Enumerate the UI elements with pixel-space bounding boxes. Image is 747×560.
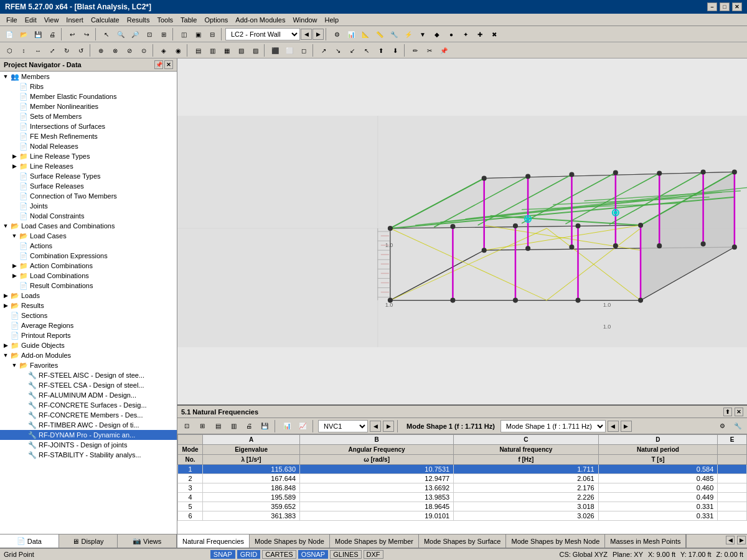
nav-tab-views[interactable]: 📷 Views	[118, 534, 177, 548]
tb-c3[interactable]: 📐	[359, 27, 372, 41]
nav-pin[interactable]: 📌	[154, 60, 163, 69]
menu-help[interactable]: Help	[321, 16, 343, 24]
tb2-b7[interactable]: ⊕	[94, 44, 108, 57]
expand-icon[interactable]: ▶	[1, 301, 10, 310]
nav-tab-data[interactable]: 📄 Data	[0, 534, 59, 548]
tb2-b18[interactable]: ⬛	[268, 44, 282, 57]
snap-btn[interactable]: SNAP	[210, 550, 235, 559]
tab-mode-by-node[interactable]: Mode Shapes by Node	[250, 534, 330, 548]
bp-b3[interactable]: ▤	[211, 419, 225, 433]
tb2-b27[interactable]: ✏	[408, 44, 422, 57]
tree-item[interactable]: 🔧RF-DYNAM Pro - Dynamic an...	[0, 430, 177, 440]
expand-icon[interactable]: ▶	[10, 162, 19, 170]
bottom-close[interactable]: ✕	[735, 408, 743, 416]
dxf-btn[interactable]: DXF	[364, 550, 383, 559]
lc-combo[interactable]: LC2 - Front Wall	[225, 28, 300, 40]
tb2-b8[interactable]: ⊗	[108, 44, 122, 57]
close-button[interactable]: ✕	[732, 2, 742, 11]
tb-b3[interactable]: ⊟	[205, 27, 219, 41]
menu-table[interactable]: Table	[177, 16, 200, 24]
tb-redo[interactable]: ↪	[80, 27, 93, 41]
expand-icon[interactable]: ▼	[10, 231, 19, 240]
glines-btn[interactable]: GLINES	[330, 550, 361, 559]
tree-item[interactable]: 📄Surface Releases	[0, 181, 177, 191]
mode-shape-detail-combo[interactable]: Mode Shape 1 (f : 1.711 Hz)	[500, 420, 606, 432]
tb-save[interactable]: 💾	[31, 27, 45, 41]
bp-b9[interactable]: ⚙	[715, 419, 729, 433]
tb-c4[interactable]: 📏	[373, 27, 387, 41]
tree-item[interactable]: 📄Printout Reports	[0, 330, 177, 340]
bp-b2[interactable]: ⊞	[195, 419, 209, 433]
menu-calculate[interactable]: Calculate	[87, 16, 123, 24]
tab-scroll-left[interactable]: ◀	[726, 536, 735, 544]
expand-icon[interactable]: ▶	[10, 261, 19, 270]
tb2-b13[interactable]: ▤	[191, 44, 205, 57]
grid-btn[interactable]: GRID	[237, 550, 261, 559]
tb-zoom-fit[interactable]: ⊡	[143, 27, 156, 41]
menu-view[interactable]: View	[40, 16, 63, 24]
menu-results[interactable]: Results	[123, 16, 154, 24]
tab-natural-frequencies[interactable]: Natural Frequencies	[177, 534, 250, 548]
bp-b7[interactable]: 📊	[280, 419, 294, 433]
tb2-b10[interactable]: ⊙	[137, 44, 151, 57]
viewport-area[interactable]: LC2 : Front Wall Loads [psi] 1.0 1.0 1.0…	[177, 58, 747, 404]
tree-item[interactable]: 📄Actions	[0, 241, 177, 251]
menu-options[interactable]: Options	[200, 16, 232, 24]
tree-item[interactable]: ▶📁Line Releases	[0, 161, 177, 171]
table-row[interactable]: 3 186.848 13.6692 2.176 0.460	[178, 483, 747, 493]
tb2-b22[interactable]: ↘	[331, 44, 345, 57]
tb2-b29[interactable]: 📌	[437, 44, 451, 57]
tb2-b17[interactable]: ▨	[248, 44, 262, 57]
tree-item[interactable]: 🔧RF-TIMBER AWC - Design of ti...	[0, 420, 177, 430]
tree-item[interactable]: 🔧RF-CONCRETE Surfaces - Desig...	[0, 400, 177, 410]
tb-c11[interactable]: ✚	[473, 27, 487, 41]
tree-item[interactable]: 🔧RF-STEEL AISC - Design of stee...	[0, 370, 177, 380]
tb2-b12[interactable]: ◉	[171, 44, 185, 57]
tb2-b5[interactable]: ↻	[60, 44, 73, 57]
tree-item[interactable]: 📄Nodal Releases	[0, 141, 177, 151]
table-row[interactable]: 2 167.644 12.9477 2.061 0.485	[178, 474, 747, 483]
mode-shape-combo[interactable]: NVC1	[318, 420, 368, 432]
tb-b1[interactable]: ◫	[177, 27, 190, 41]
menu-addon[interactable]: Add-on Modules	[232, 16, 289, 24]
tree-item[interactable]: 📄Connection of Two Members	[0, 191, 177, 201]
tb2-b16[interactable]: ▧	[234, 44, 248, 57]
tree-item[interactable]: 🔧RF-STABILITY - Stability analys...	[0, 450, 177, 460]
tb-select[interactable]: ↖	[100, 27, 113, 41]
tb2-b11[interactable]: ◈	[157, 44, 171, 57]
tb-c12[interactable]: ✖	[487, 27, 501, 41]
tb2-b19[interactable]: ⬜	[283, 44, 296, 57]
tb2-b4[interactable]: ⤢	[45, 44, 59, 57]
tb-c5[interactable]: 🔧	[387, 27, 401, 41]
cartes-btn[interactable]: CARTES	[262, 550, 296, 559]
expand-icon[interactable]: ▶	[10, 152, 19, 161]
tb-b2[interactable]: ▣	[191, 27, 205, 41]
tree-item[interactable]: ▼📂Load Cases and Combinations	[0, 221, 177, 231]
tb-print[interactable]: 🖨	[45, 27, 59, 41]
menu-window[interactable]: Window	[289, 16, 321, 24]
tree-item[interactable]: 📄Intersections of Surfaces	[0, 121, 177, 131]
tree-item[interactable]: ▶📁Load Combinations	[0, 271, 177, 281]
bp-b10[interactable]: 🔧	[731, 419, 745, 433]
tree-item[interactable]: 📄Joints	[0, 201, 177, 211]
tb2-b26[interactable]: ⬇	[388, 44, 402, 57]
tree-item[interactable]: 📄Sections	[0, 310, 177, 320]
table-row[interactable]: 6 361.383 19.0101 3.026 0.331	[178, 511, 747, 521]
bp-b4[interactable]: ▥	[227, 419, 240, 433]
next-mode-detail[interactable]: ▶	[621, 421, 632, 432]
bp-b6[interactable]: 💾	[258, 419, 271, 433]
table-row[interactable]: 5 359.652 18.9645 3.018 0.331	[178, 502, 747, 511]
prev-mode[interactable]: ◀	[370, 421, 381, 432]
tb-zoom-out[interactable]: 🔎	[128, 27, 142, 41]
prev-lc[interactable]: ◀	[301, 29, 312, 40]
tab-mode-by-member[interactable]: Mode Shapes by Member	[330, 534, 419, 548]
bp-b5[interactable]: 🖨	[242, 419, 256, 433]
tb-c9[interactable]: ●	[444, 27, 458, 41]
tree-item[interactable]: ▶📂Loads	[0, 291, 177, 301]
tb-undo[interactable]: ↩	[65, 27, 79, 41]
table-row[interactable]: 4 195.589 13.9853 2.226 0.449	[178, 493, 747, 502]
expand-icon[interactable]: ▼	[1, 72, 10, 81]
minimize-button[interactable]: –	[707, 2, 717, 11]
tree-item[interactable]: 📄Average Regions	[0, 320, 177, 330]
tree-item[interactable]: ▼📂Add-on Modules	[0, 350, 177, 360]
